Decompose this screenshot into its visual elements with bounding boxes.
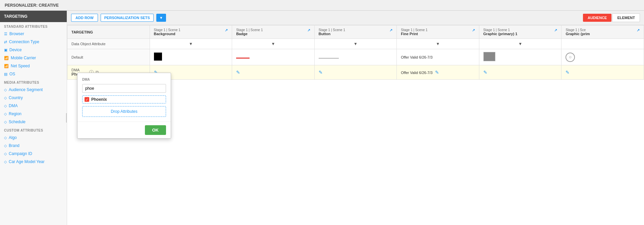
sidebar-item-label-country: Country (9, 95, 23, 100)
car-age-icon: ◇ (4, 160, 7, 164)
sidebar-item-label-region: Region (9, 111, 21, 116)
sidebar-item-car-age-model-year[interactable]: ◇ Car Age Model Year (0, 158, 67, 166)
sidebar-item-brand[interactable]: ◇ Brand (0, 142, 67, 150)
section-label-custom: CUSTOM ATTRIBUTES (0, 126, 67, 134)
sidebar-item-campaign-id[interactable]: ◇ Campaign ID (0, 150, 67, 158)
top-bar: PERSONALIZER: CREATIVE (0, 0, 644, 11)
phoenix-option-label: Phoenix (91, 97, 107, 102)
app-title: PERSONALIZER: CREATIVE (5, 3, 59, 8)
sidebar-title: TARGETING (4, 14, 28, 19)
net-speed-icon: 📶 (4, 64, 9, 68)
sidebar-item-label-connection-type: Connection Type (9, 40, 39, 44)
section-label-standard: STANDARD ATTRIBUTES (0, 22, 67, 30)
sidebar-item-label-campaign-id: Campaign ID (9, 151, 32, 156)
sidebar-item-label-net-speed: Net Speed (11, 64, 30, 68)
sidebar-item-audience-segment[interactable]: ◇ Audience Segment (0, 86, 67, 94)
sidebar-header: TARGETING (0, 11, 67, 22)
schedule-icon: ◇ (4, 120, 7, 124)
dma-modal: DMA ✓ Phoenix Drop Attributes OK (77, 73, 171, 139)
drop-attributes-zone[interactable]: Drop Attributes (82, 106, 166, 117)
section-label-media: MEDIA ATTRIBUTES (0, 78, 67, 86)
country-icon: ◇ (4, 96, 7, 100)
sidebar-item-algo[interactable]: ◇ Algo (0, 134, 67, 142)
sidebar-item-label-mobile-carrier: Mobile Carrier (11, 56, 36, 60)
modal-section-label: DMA (82, 78, 166, 81)
region-icon: ◇ (4, 112, 7, 116)
algo-icon: ◇ (4, 136, 7, 140)
campaign-id-icon: ◇ (4, 152, 7, 156)
modal-inner: DMA ✓ Phoenix Drop Attributes (77, 73, 171, 122)
browser-icon: ☰ (4, 32, 7, 36)
ok-button[interactable]: OK (145, 125, 166, 135)
sidebar-item-label-device: Device (9, 48, 22, 52)
sidebar-item-device[interactable]: ▣ Device (0, 46, 67, 54)
main-content: ADD ROW PERSONALIZATION SETS ▼ AUDIENCE … (67, 11, 644, 225)
sidebar-item-os[interactable]: ▤ OS (0, 70, 67, 78)
phoenix-checkbox[interactable]: ✓ (85, 97, 89, 102)
modal-footer: OK (77, 122, 171, 138)
sidebar-item-label-dma: DMA (9, 103, 18, 108)
sidebar-item-label-brand: Brand (9, 143, 19, 148)
sidebar-item-schedule[interactable]: ◇ Schedule (0, 118, 67, 126)
sidebar-item-net-speed[interactable]: 📶 Net Speed (0, 62, 67, 70)
brand-icon: ◇ (4, 144, 7, 148)
modal-option-phoenix[interactable]: ✓ Phoenix (82, 95, 166, 103)
sidebar-item-country[interactable]: ◇ Country (0, 94, 67, 102)
sidebar-item-browser[interactable]: ☰ Browser (0, 30, 67, 38)
sidebar-item-label-algo: Algo (9, 135, 17, 140)
sidebar-item-dma[interactable]: ◇ DMA (0, 102, 67, 110)
sidebar: TARGETING STANDARD ATTRIBUTES ☰ Browser … (0, 11, 67, 225)
connection-type-icon: ⇄ (4, 40, 7, 44)
sidebar-item-label-audience-segment: Audience Segment (9, 87, 43, 92)
modal-search-input[interactable] (82, 84, 166, 93)
device-icon: ▣ (4, 48, 7, 52)
sidebar-item-connection-type[interactable]: ⇄ Connection Type (0, 38, 67, 46)
mobile-carrier-icon: 📶 (4, 56, 9, 60)
modal-overlay: DMA ✓ Phoenix Drop Attributes OK (67, 11, 644, 225)
sidebar-item-region[interactable]: ◇ Region (0, 110, 67, 118)
sidebar-item-label-os: OS (9, 72, 15, 76)
sidebar-item-label-browser: Browser (9, 31, 24, 36)
sidebar-item-mobile-carrier[interactable]: 📶 Mobile Carrier (0, 54, 67, 62)
sidebar-item-label-schedule: Schedule (9, 120, 25, 124)
sidebar-item-label-car-age: Car Age Model Year (9, 159, 45, 164)
audience-segment-icon: ◇ (4, 88, 7, 92)
os-icon: ▤ (4, 72, 7, 76)
dma-icon: ◇ (4, 104, 7, 108)
